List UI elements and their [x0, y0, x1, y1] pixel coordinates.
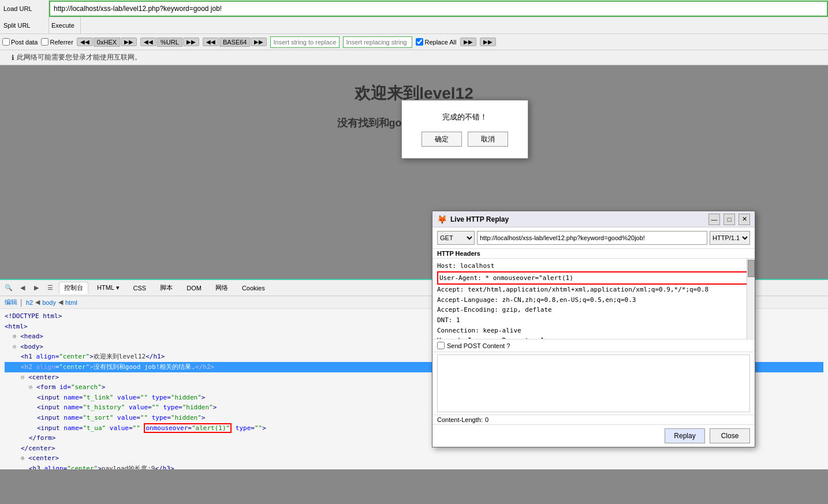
replay-titlebar: 🦊 Live HTTP Replay — □ ✕ — [432, 211, 755, 227]
tab-console[interactable]: 控制台 — [59, 282, 88, 294]
extra-arrow[interactable]: ▶▶ — [480, 38, 496, 46]
html-center2-open: ⊕ <center> — [5, 453, 823, 464]
replay-url-field[interactable] — [477, 231, 707, 245]
header-dnt: DNT: 1 — [437, 315, 750, 326]
content-length-row: Content-Length: 0 — [432, 415, 755, 424]
header-connection: Connection: keep-alive — [437, 326, 750, 336]
devtools-icon-back[interactable]: ◀ — [17, 283, 28, 293]
devtools-icon-inspect[interactable]: 🔍 — [3, 283, 14, 293]
close-replay-button[interactable]: Close — [710, 428, 750, 443]
replay-window: 🦊 Live HTTP Replay — □ ✕ GET POST HTTP/1… — [432, 211, 755, 447]
insert-replacing-input[interactable] — [343, 36, 412, 48]
maximize-button[interactable]: □ — [723, 214, 735, 225]
url-encode-label: %URL — [157, 38, 182, 47]
replay-bottom-buttons: Replay Close — [432, 424, 755, 447]
hex-left-arrow[interactable]: ◀◀ — [77, 38, 93, 46]
base64-label: BASE64 — [219, 38, 251, 47]
load-url-button[interactable]: Load URL — [0, 0, 49, 17]
url-row: Load URL — [0, 0, 828, 17]
url-encode-group: ◀◀ %URL ▶▶ — [140, 38, 199, 47]
post-data-checkbox[interactable]: Post data — [2, 38, 38, 46]
html-h3: <h3 align="center">payload的长度:9</h3> — [5, 464, 823, 469]
alert-ok-button[interactable]: 确定 — [422, 132, 462, 147]
base64-left-arrow[interactable]: ◀◀ — [203, 38, 219, 46]
hex-label: 0xHEX — [94, 38, 120, 47]
tab-network[interactable]: 网络 — [210, 282, 233, 294]
network-notice: ℹ 此网络可能需要您登录才能使用互联网。 — [0, 50, 828, 65]
content-length-label: Content-Length: — [437, 416, 483, 423]
url-right-arrow[interactable]: ▶▶ — [183, 38, 199, 46]
header-accept: Accept: text/html,application/xhtml+xml,… — [437, 285, 750, 295]
post-content-textarea[interactable] — [437, 354, 750, 412]
replay-method-select[interactable]: GET POST — [437, 231, 475, 245]
firefox-icon: 🦊 — [437, 215, 447, 224]
send-post-checkbox[interactable] — [437, 342, 445, 349]
headers-content: Host: localhost User-Agent: * onmouseove… — [432, 259, 755, 339]
split-execute-row: Split URL Execute — [0, 17, 828, 33]
url-left-arrow[interactable]: ◀◀ — [140, 38, 156, 46]
replace-right-arrow[interactable]: ▶▶ — [460, 38, 476, 46]
tab-cookies[interactable]: Cookies — [237, 283, 270, 293]
replay-http-select[interactable]: HTTP/1.1 HTTP/2 — [710, 231, 750, 245]
hex-group: ◀◀ 0xHEX ▶▶ — [77, 38, 137, 47]
breadcrumb-html[interactable]: html — [65, 299, 77, 306]
breadcrumb-h2[interactable]: h2 — [26, 299, 33, 306]
alert-dialog: 完成的不错！ 确定 取消 — [401, 100, 528, 159]
tab-dom[interactable]: DOM — [181, 283, 207, 293]
header-host: Host: localhost — [437, 261, 750, 271]
split-url-button[interactable]: Split URL — [0, 17, 49, 33]
toolbar: Load URL Split URL Execute Post data Ref… — [0, 0, 828, 50]
devtools-icon-forward[interactable]: ▶ — [31, 283, 42, 293]
referrer-check[interactable] — [41, 38, 49, 46]
close-window-button[interactable]: ✕ — [739, 214, 750, 225]
tab-css[interactable]: CSS — [128, 283, 152, 293]
alert-buttons: 确定 取消 — [413, 132, 516, 147]
alert-message: 完成的不错！ — [413, 112, 516, 122]
send-post-row: Send POST Content ? — [432, 339, 755, 352]
header-accept-enc: Accept-Encoding: gzip, deflate — [437, 305, 750, 315]
tab-html[interactable]: HTML ▾ — [92, 282, 125, 293]
http-headers-label: HTTP Headers — [432, 249, 755, 259]
replace-all-check[interactable] — [416, 38, 423, 46]
referrer-checkbox[interactable]: Referrer — [41, 38, 73, 46]
header-upgrade: Upgrade-Insecure-Requests: 1 — [437, 335, 750, 339]
options-row: Post data Referrer ◀◀ 0xHEX ▶▶ ◀◀ %URL ▶… — [0, 33, 828, 50]
replace-all-checkbox[interactable]: Replace All — [416, 38, 456, 46]
content-length-value: 0 — [485, 416, 488, 423]
header-user-agent: User-Agent: * onmouseover="alert(1) — [437, 271, 750, 285]
send-post-label: Send POST Content ? — [447, 342, 510, 349]
replay-url-row: GET POST HTTP/1.1 HTTP/2 — [432, 227, 755, 249]
alert-cancel-button[interactable]: 取消 — [468, 132, 508, 147]
breadcrumb-edit[interactable]: 编辑 — [5, 298, 17, 307]
url-input[interactable] — [49, 1, 828, 17]
execute-button[interactable]: Execute — [49, 17, 81, 33]
base64-group: ◀◀ BASE64 ▶▶ — [203, 38, 267, 47]
hex-right-arrow[interactable]: ▶▶ — [121, 38, 137, 46]
info-icon: ℹ — [12, 54, 14, 62]
replay-button[interactable]: Replay — [665, 428, 705, 443]
replay-title: Live HTTP Replay — [450, 215, 705, 223]
devtools-icon-list[interactable]: ☰ — [45, 283, 55, 293]
base64-right-arrow[interactable]: ▶▶ — [251, 38, 267, 46]
tab-script[interactable]: 脚本 — [155, 282, 178, 294]
breadcrumb-body[interactable]: body — [42, 299, 56, 306]
minimize-button[interactable]: — — [708, 214, 720, 225]
post-data-check[interactable] — [2, 38, 10, 46]
header-accept-lang: Accept-Language: zh-CN,zh;q=0.8,en-US;q=… — [437, 295, 750, 305]
insert-replace-input[interactable] — [270, 36, 340, 48]
